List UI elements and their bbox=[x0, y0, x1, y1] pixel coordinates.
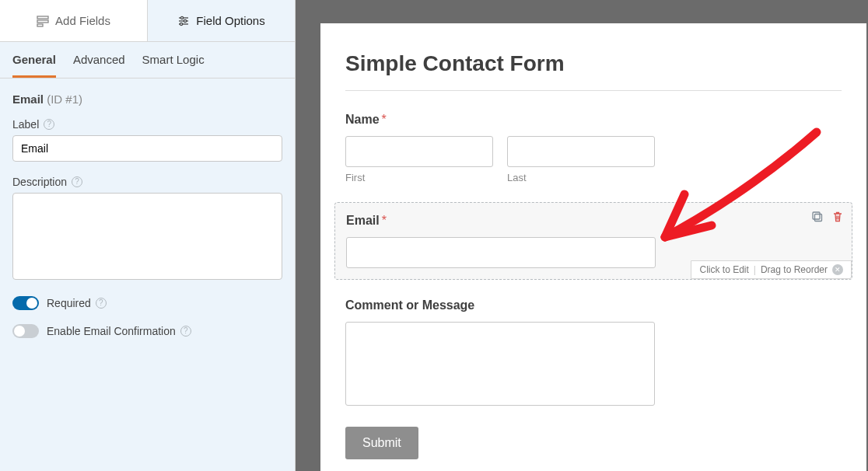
selected-actions bbox=[811, 211, 844, 223]
email-confirm-toggle-label: Enable Email Confirmation ? bbox=[47, 325, 191, 337]
comment-label: Comment or Message bbox=[345, 298, 842, 312]
first-name-input[interactable] bbox=[345, 136, 493, 167]
email-label: Email* bbox=[346, 214, 841, 228]
submit-button[interactable]: Submit bbox=[345, 427, 418, 459]
required-star: * bbox=[382, 113, 387, 126]
sub-tabs: General Advanced Smart Logic bbox=[0, 42, 295, 78]
helper-edit: Click to Edit bbox=[699, 264, 748, 275]
field-options-icon bbox=[177, 15, 190, 27]
description-row-text: Description bbox=[12, 176, 67, 188]
panel-body: Email (ID #1) Label ? Description ? Requ… bbox=[0, 78, 295, 366]
add-fields-icon bbox=[37, 15, 49, 27]
email-field[interactable]: Email* Click to Edit | Drag to Reorder ✕ bbox=[334, 202, 852, 280]
delete-icon[interactable] bbox=[831, 211, 844, 223]
svg-rect-9 bbox=[815, 215, 822, 222]
subtab-general[interactable]: General bbox=[12, 53, 56, 78]
comment-field[interactable]: Comment or Message bbox=[345, 298, 842, 408]
last-name-input[interactable] bbox=[507, 136, 655, 167]
selected-helper: Click to Edit | Drag to Reorder ✕ bbox=[691, 260, 852, 279]
name-field[interactable]: Name* First Last bbox=[345, 113, 842, 183]
svg-point-8 bbox=[180, 23, 183, 25]
email-input[interactable] bbox=[346, 237, 656, 268]
help-icon[interactable]: ? bbox=[44, 119, 54, 130]
svg-rect-0 bbox=[37, 16, 48, 19]
tab-add-fields-label: Add Fields bbox=[55, 14, 110, 27]
field-heading-id: (ID #1) bbox=[47, 92, 82, 106]
svg-rect-1 bbox=[37, 20, 48, 23]
name-grid: First Last bbox=[345, 136, 842, 183]
email-confirm-toggle[interactable] bbox=[12, 324, 39, 338]
label-row: Label ? bbox=[12, 118, 282, 162]
help-icon[interactable]: ? bbox=[72, 176, 82, 187]
first-sublabel: First bbox=[345, 172, 493, 183]
duplicate-icon[interactable] bbox=[811, 211, 824, 223]
form-preview: Simple Contact Form Name* First Last bbox=[320, 23, 866, 471]
field-heading-name: Email bbox=[12, 92, 44, 106]
last-sublabel: Last bbox=[507, 172, 655, 183]
description-row: Description ? bbox=[12, 176, 282, 282]
subtab-advanced[interactable]: Advanced bbox=[73, 53, 125, 78]
divider bbox=[345, 90, 842, 91]
svg-point-4 bbox=[181, 16, 184, 19]
canvas-wrap: Simple Contact Form Name* First Last bbox=[296, 0, 868, 471]
required-star: * bbox=[382, 214, 387, 227]
description-row-label: Description ? bbox=[12, 176, 282, 188]
subtab-smart-logic[interactable]: Smart Logic bbox=[142, 53, 205, 78]
label-input[interactable] bbox=[12, 135, 282, 162]
label-row-label: Label ? bbox=[12, 118, 282, 131]
comment-input[interactable] bbox=[345, 322, 655, 406]
svg-point-6 bbox=[184, 19, 187, 22]
help-icon[interactable]: ? bbox=[96, 298, 107, 309]
sidebar: Add Fields Field Options General Advance… bbox=[0, 0, 296, 471]
tab-field-options[interactable]: Field Options bbox=[148, 0, 295, 41]
helper-drag: Drag to Reorder bbox=[761, 264, 828, 275]
label-row-text: Label bbox=[12, 118, 39, 131]
required-toggle-row: Required ? bbox=[12, 296, 282, 310]
required-toggle-label: Required ? bbox=[47, 297, 107, 309]
close-helper-icon[interactable]: ✕ bbox=[832, 264, 843, 275]
tab-field-options-label: Field Options bbox=[196, 14, 264, 27]
tab-add-fields[interactable]: Add Fields bbox=[0, 0, 148, 41]
email-confirm-toggle-row: Enable Email Confirmation ? bbox=[12, 324, 282, 338]
svg-rect-2 bbox=[37, 24, 43, 26]
field-heading: Email (ID #1) bbox=[12, 92, 282, 106]
svg-rect-10 bbox=[813, 212, 820, 219]
required-toggle[interactable] bbox=[12, 296, 39, 310]
name-label: Name* bbox=[345, 113, 842, 127]
description-input[interactable] bbox=[12, 193, 282, 280]
help-icon[interactable]: ? bbox=[180, 326, 191, 337]
top-tabs: Add Fields Field Options bbox=[0, 0, 295, 42]
form-title: Simple Contact Form bbox=[345, 51, 842, 76]
